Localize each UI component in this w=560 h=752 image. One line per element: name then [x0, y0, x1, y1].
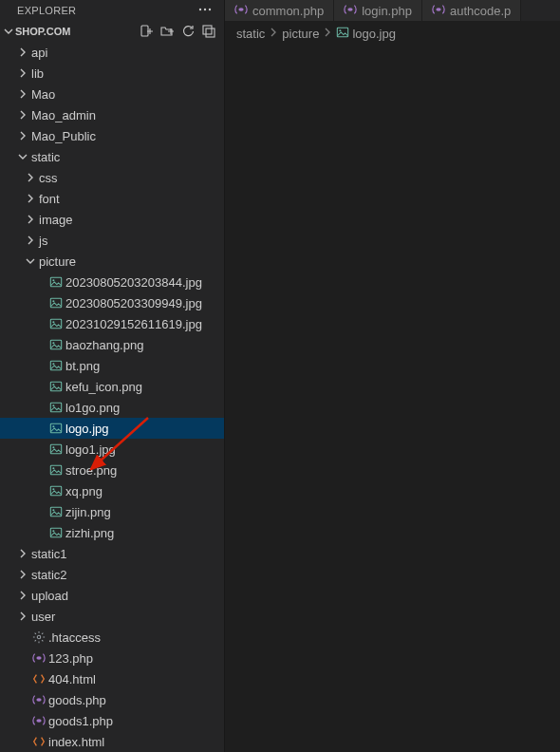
file-item[interactable]: 20230805203309949.jpg [0, 292, 224, 313]
svg-point-9 [52, 300, 54, 302]
folder-item[interactable]: Mao_admin [0, 104, 224, 125]
breadcrumb-part[interactable]: picture [282, 27, 319, 41]
image-icon [47, 484, 65, 498]
php-icon [234, 3, 248, 19]
svg-rect-5 [206, 28, 215, 37]
folder-item[interactable]: static [0, 146, 224, 167]
file-item[interactable]: lo1go.png [0, 397, 224, 418]
file-item[interactable]: zizhi.png [0, 522, 224, 543]
image-icon [47, 338, 65, 351]
folder-item[interactable]: image [0, 209, 224, 230]
item-label: 20231029152611619.jpg [65, 317, 202, 331]
folder-item[interactable]: static2 [0, 564, 224, 585]
item-label: logo1.jpg [65, 442, 116, 457]
svg-point-13 [52, 342, 54, 344]
chevron-right-icon [15, 47, 30, 58]
file-item[interactable]: goods1.php [0, 710, 224, 731]
svg-rect-10 [50, 319, 61, 329]
chevron-right-icon [15, 548, 30, 559]
item-label: .htaccess [47, 630, 101, 645]
image-icon [47, 401, 65, 414]
item-label: user [30, 610, 55, 624]
breadcrumb-part[interactable]: static [236, 27, 265, 41]
file-item[interactable]: index.html [0, 731, 224, 752]
chevron-right-icon [15, 590, 30, 601]
folder-item[interactable]: js [0, 230, 224, 251]
image-icon [47, 505, 65, 518]
file-item[interactable]: logo.jpg [0, 418, 224, 439]
folder-item[interactable]: Mao_Public [0, 125, 224, 146]
svg-point-38 [436, 8, 440, 11]
file-item[interactable]: baozhang.png [0, 334, 224, 355]
editor-tab[interactable]: login.php [334, 0, 422, 21]
chevron-right-icon [23, 235, 38, 246]
item-label: index.html [47, 735, 104, 749]
more-icon[interactable] [194, 0, 216, 21]
svg-point-29 [52, 509, 54, 511]
image-icon [47, 422, 65, 435]
folder-item[interactable]: picture [0, 251, 224, 272]
item-label: 123.php [47, 651, 93, 666]
project-header[interactable]: SHOP.COM [0, 21, 224, 42]
project-actions [139, 24, 220, 39]
svg-rect-24 [50, 465, 61, 475]
tab-label: common.php [252, 4, 324, 18]
project-name: SHOP.COM [15, 26, 139, 37]
new-file-icon[interactable] [139, 24, 154, 39]
item-label: stroe.png [65, 463, 117, 478]
svg-point-17 [52, 384, 54, 385]
item-label: 20230805203203844.jpg [65, 275, 202, 290]
folder-item[interactable]: lib [0, 63, 224, 84]
svg-point-23 [52, 446, 54, 448]
svg-point-35 [36, 719, 41, 723]
svg-point-31 [52, 530, 54, 532]
breadcrumb[interactable]: static picture logo.jpg [225, 21, 560, 46]
file-item[interactable]: 20230805203203844.jpg [0, 272, 224, 292]
svg-rect-14 [50, 361, 61, 370]
svg-point-2 [209, 9, 211, 10]
folder-item[interactable]: api [0, 42, 224, 63]
folder-item[interactable]: user [0, 606, 224, 627]
file-item[interactable]: goods.php [0, 689, 224, 710]
html-icon [30, 672, 47, 686]
file-item[interactable]: kefu_icon.png [0, 376, 224, 397]
svg-point-27 [52, 488, 54, 490]
folder-item[interactable]: css [0, 167, 224, 188]
file-item[interactable]: 123.php [0, 648, 224, 668]
image-icon [47, 359, 65, 372]
folder-item[interactable]: upload [0, 585, 224, 606]
editor-body [225, 46, 560, 752]
svg-point-25 [52, 467, 54, 469]
file-item[interactable]: logo1.jpg [0, 439, 224, 460]
svg-rect-6 [50, 277, 61, 287]
file-item[interactable]: xq.png [0, 480, 224, 501]
breadcrumb-file[interactable]: logo.jpg [352, 27, 396, 41]
file-item[interactable]: .htaccess [0, 627, 224, 648]
editor-tab[interactable]: common.php [225, 0, 334, 21]
item-label: 404.html [47, 672, 96, 686]
file-item[interactable]: 404.html [0, 668, 224, 689]
svg-rect-3 [141, 26, 148, 36]
item-label: Mao [30, 87, 55, 102]
folder-item[interactable]: static1 [0, 543, 224, 564]
item-label: picture [38, 254, 76, 269]
chevron-down-icon [15, 151, 30, 162]
item-label: lo1go.png [65, 401, 120, 415]
item-label: css [38, 171, 58, 185]
chevron-right-icon [15, 67, 30, 79]
image-icon [47, 275, 65, 289]
folder-item[interactable]: font [0, 188, 224, 209]
image-icon [47, 526, 65, 539]
editor-tab[interactable]: authcode.p [422, 0, 521, 21]
file-item[interactable]: 20231029152611619.jpg [0, 313, 224, 334]
file-item[interactable]: zijin.png [0, 501, 224, 522]
refresh-icon[interactable] [180, 24, 196, 39]
collapse-icon[interactable] [201, 24, 216, 39]
image-icon [336, 26, 349, 42]
main-area: common.phplogin.phpauthcode.p static pic… [225, 0, 560, 752]
file-item[interactable]: bt.png [0, 355, 224, 376]
file-item[interactable]: stroe.png [0, 460, 224, 480]
folder-item[interactable]: Mao [0, 84, 224, 104]
chevron-right-icon [23, 172, 38, 183]
new-folder-icon[interactable] [159, 24, 175, 39]
